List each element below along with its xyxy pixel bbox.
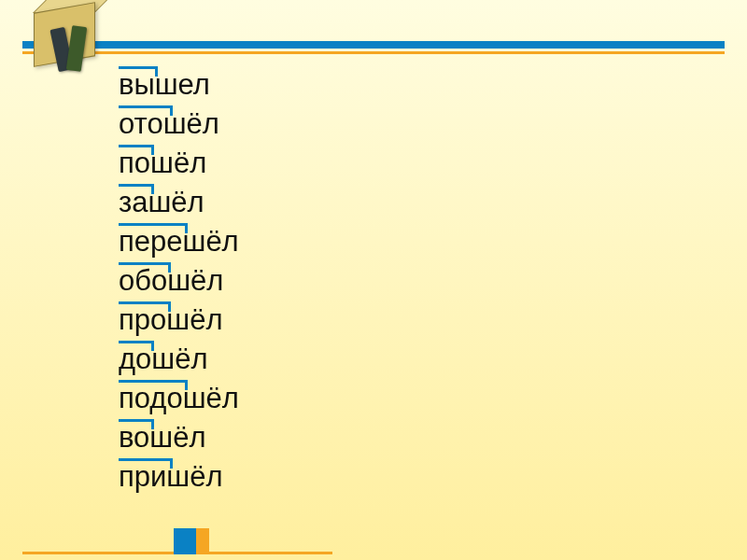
accent-blue-bar [174, 528, 196, 554]
word-item: пришёл [119, 457, 239, 497]
word-item: прошёл [119, 301, 239, 340]
accent-orange-bar [196, 528, 209, 554]
prefix-bracket-icon [119, 145, 154, 155]
prefix-bracket-icon [119, 301, 171, 312]
word-item: пошёл [119, 144, 239, 183]
books-icon [28, 7, 106, 86]
word-item: обошёл [119, 261, 239, 301]
word-item: отошёл [119, 105, 239, 144]
prefix-bracket-icon [119, 458, 173, 469]
word-item: дошёл [119, 340, 239, 379]
prefix-bracket-icon [119, 341, 154, 351]
prefix-bracket-icon [119, 380, 188, 390]
prefix-bracket-icon [119, 105, 173, 116]
slide: вышелотошёлпошёлзашёлперешёлобошёлпрошёл… [0, 0, 747, 560]
accent-orange-rule [209, 552, 332, 554]
prefix-bracket-icon [119, 262, 171, 273]
word-item: перешёл [119, 222, 239, 261]
word-item: подошёл [119, 379, 239, 418]
word-list: вышелотошёлпошёлзашёлперешёлобошёлпрошёл… [119, 65, 239, 497]
word-item: вошёл [119, 418, 239, 457]
prefix-bracket-icon [119, 223, 188, 233]
bottom-left-rule [22, 552, 174, 554]
prefix-bracket-icon [119, 419, 154, 429]
top-horizontal-rule [22, 41, 725, 49]
word-item: зашёл [119, 183, 239, 222]
prefix-bracket-icon [119, 66, 158, 77]
word-item: вышел [119, 65, 239, 105]
bottom-accent-block [174, 528, 332, 554]
prefix-bracket-icon [119, 184, 154, 194]
